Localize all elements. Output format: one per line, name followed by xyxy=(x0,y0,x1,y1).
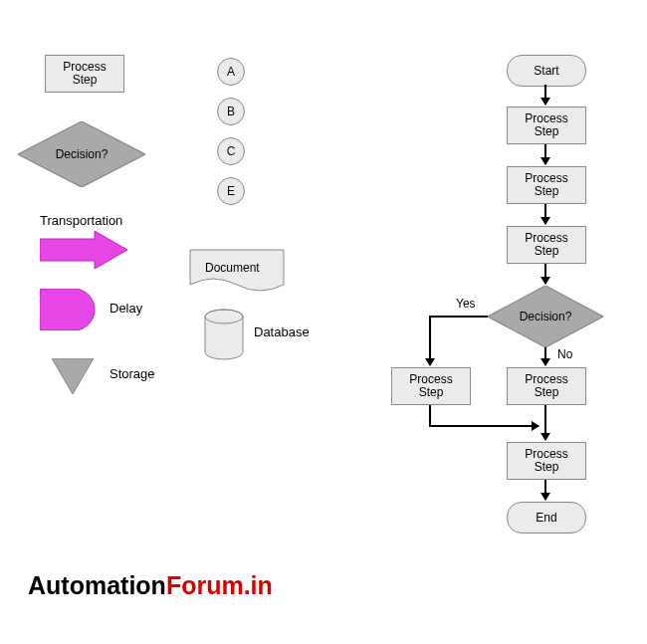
flow-decision: Decision? xyxy=(488,286,603,347)
legend-database-icon xyxy=(204,309,244,360)
svg-marker-2 xyxy=(52,358,94,394)
svg-marker-1 xyxy=(40,231,127,269)
flow-process-1: Process Step xyxy=(507,107,586,144)
watermark: AutomationForum.in xyxy=(28,571,273,600)
arrow-p5-end xyxy=(544,480,546,500)
flow-process-3: Process Step xyxy=(507,226,586,264)
legend-process-step: Process Step xyxy=(45,55,124,93)
line-yes-merge-v xyxy=(429,405,431,427)
flow-process-2: Process Step xyxy=(507,166,586,204)
legend-circle-e: E xyxy=(217,177,245,205)
arrow-yes-down xyxy=(429,316,431,365)
line-yes-merge-h xyxy=(429,425,539,427)
legend-database-label: Database xyxy=(254,324,310,339)
arrow-no-down xyxy=(544,347,546,365)
legend-document-label: Document xyxy=(205,261,260,275)
legend-transportation-arrow-icon xyxy=(40,231,129,269)
arrow-p1-p2 xyxy=(544,144,546,164)
flow-start: Start xyxy=(507,55,586,87)
arrow-merge-p5 xyxy=(544,405,546,440)
legend-decision-diamond: Decision? xyxy=(18,121,145,187)
legend-transportation-label: Transportation xyxy=(40,213,122,228)
arrow-p3-d1 xyxy=(544,264,546,284)
flow-process-5: Process Step xyxy=(507,442,586,480)
legend-storage-label: Storage xyxy=(109,366,155,381)
legend-delay-label: Delay xyxy=(109,301,142,316)
flow-end: End xyxy=(507,502,586,534)
watermark-part1: Automation xyxy=(28,571,166,599)
arrow-p2-p3 xyxy=(544,204,546,224)
arrow-start-p1 xyxy=(544,85,546,105)
legend-circle-c: C xyxy=(217,137,245,165)
label-no: No xyxy=(557,347,572,361)
legend-decision-label: Decision? xyxy=(18,121,145,187)
flow-decision-label: Decision? xyxy=(488,286,603,347)
legend-storage-icon xyxy=(52,358,94,394)
flow-process-yes: Process Step xyxy=(391,367,471,405)
legend-delay-icon xyxy=(40,289,96,330)
diagram-canvas: Process Step Decision? Transportation De… xyxy=(0,0,647,644)
legend-circle-b: B xyxy=(217,98,245,125)
flow-process-no: Process Step xyxy=(507,367,586,405)
line-d1-yes-h xyxy=(430,316,488,318)
watermark-part2: Forum.in xyxy=(166,571,273,599)
legend-circle-a: A xyxy=(217,58,245,86)
label-yes: Yes xyxy=(456,297,476,311)
